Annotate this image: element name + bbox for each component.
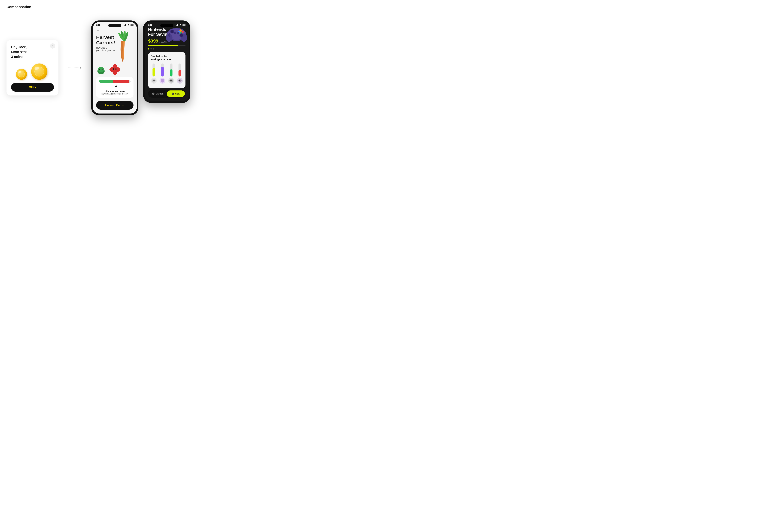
avatar-purple [159, 78, 165, 84]
red-character [109, 64, 121, 76]
phone-screen-1: 9:41 ← HarvestCarrots! Hey Jack,you did … [93, 22, 137, 114]
notification-card: × Hey Jack, Mom sent 3 coins Okay [6, 40, 59, 95]
dot4 [72, 68, 72, 68]
svg-rect-37 [169, 33, 170, 37]
progress-bar [99, 80, 131, 83]
svg-point-64 [180, 81, 181, 81]
svg-point-21 [112, 67, 118, 72]
arrow-head-icon [80, 67, 82, 69]
avatar-red [177, 78, 183, 84]
goal-nav-label: Goal [175, 92, 180, 95]
progress-red [113, 80, 129, 83]
notch-pill-1 [108, 24, 121, 27]
battery-icon [130, 24, 134, 26]
svg-point-44 [177, 32, 179, 34]
svg-rect-2 [125, 24, 126, 26]
goal-price-total: / $500h [159, 40, 166, 43]
savings-card: See below forsavings success [148, 52, 186, 88]
svg-point-48 [180, 34, 183, 36]
page-title: Compensation [6, 5, 777, 9]
dot8 [76, 68, 77, 68]
time-2: 9:41 [148, 24, 152, 26]
svg-point-51 [154, 80, 155, 81]
avatar-green [168, 78, 174, 84]
controller-svg [166, 25, 187, 42]
bar-fill-yellow [153, 68, 155, 76]
bar-col-green [168, 63, 174, 84]
dot-inactive-2 [153, 48, 154, 50]
svg-point-54 [163, 80, 163, 81]
bar-fill-red [179, 70, 181, 76]
carrot-illustration [113, 31, 133, 63]
svg-rect-1 [125, 25, 125, 26]
wifi-icon [127, 24, 129, 26]
svg-point-63 [179, 81, 180, 81]
time-1: 9:41 [96, 24, 100, 26]
garden-icon [152, 92, 155, 95]
arrow-connector [68, 67, 82, 69]
goal-icon [171, 92, 174, 95]
okay-button[interactable]: Okay [11, 83, 54, 92]
svg-point-52 [161, 79, 164, 83]
char-purple-svg [160, 79, 164, 83]
bar-track-yellow [153, 63, 155, 76]
dot2 [69, 68, 70, 68]
bar-track-green [170, 63, 173, 76]
bar-fill-purple [161, 67, 164, 76]
dot10 [79, 68, 79, 68]
goal-nav-button[interactable]: Goal [167, 90, 185, 97]
controller-illustration [166, 25, 187, 43]
svg-point-55 [169, 79, 173, 83]
svg-rect-3 [126, 24, 127, 26]
svg-rect-38 [168, 34, 169, 36]
card-text: Hey Jack, Mom sent 3 coins [11, 45, 43, 59]
coin-large [31, 63, 48, 80]
phones-area: 9:41 ← HarvestCarrots! Hey Jack,you did … [91, 21, 190, 115]
svg-point-25 [116, 69, 117, 69]
green-character [96, 65, 106, 76]
char-green-svg-2 [169, 79, 173, 83]
screen-content-1: ← HarvestCarrots! Hey Jack,you did a goo… [93, 27, 137, 114]
svg-point-66 [153, 93, 154, 94]
garden-nav-label: Garden [156, 92, 163, 95]
dot-active [148, 48, 149, 50]
svg-point-43 [174, 32, 176, 34]
bar-col-purple [159, 63, 166, 84]
red-char-svg [109, 64, 121, 75]
bar-track-purple [161, 63, 164, 76]
phone-frame-2: 9:41 NintendoFor Saving $399 / $500h [143, 21, 190, 103]
goal-header: NintendoFor Saving $399 / $500h [148, 27, 186, 50]
char-yellow-svg [152, 79, 156, 83]
svg-point-42 [180, 29, 182, 32]
svg-point-4 [128, 26, 129, 26]
svg-point-15 [100, 69, 100, 69]
main-layout: × Hey Jack, Mom sent 3 coins Okay [6, 17, 777, 118]
coin-small [16, 69, 27, 80]
goal-progress-bar [148, 45, 186, 46]
char-red-svg-2 [178, 79, 182, 83]
characters-row [96, 64, 133, 76]
garden-nav-button[interactable]: Garden [149, 90, 167, 97]
progress-text-sub: harvest and get pocket money! [99, 93, 131, 95]
bars-row [151, 63, 183, 84]
dot3 [70, 68, 71, 68]
svg-point-62 [179, 80, 181, 82]
status-bar-1: 9:41 [93, 22, 137, 27]
svg-rect-0 [124, 25, 124, 26]
bottom-nav: Garden Goal [148, 90, 186, 98]
harvest-carrot-button[interactable]: Harvest Carrot [96, 101, 133, 109]
dot1 [68, 68, 69, 68]
progress-marker-icon [115, 85, 117, 87]
svg-point-57 [171, 80, 172, 81]
svg-point-50 [153, 80, 154, 81]
dotted-arrow [68, 67, 82, 69]
dot7 [75, 68, 76, 68]
savings-card-title: See below forsavings success [151, 55, 183, 61]
bar-fill-green [170, 69, 173, 76]
svg-point-24 [114, 69, 114, 69]
dot-indicators [148, 48, 186, 50]
goal-price: $399 [148, 38, 158, 44]
svg-point-49 [152, 79, 156, 83]
close-button[interactable]: × [50, 43, 55, 49]
dot6 [74, 68, 74, 68]
